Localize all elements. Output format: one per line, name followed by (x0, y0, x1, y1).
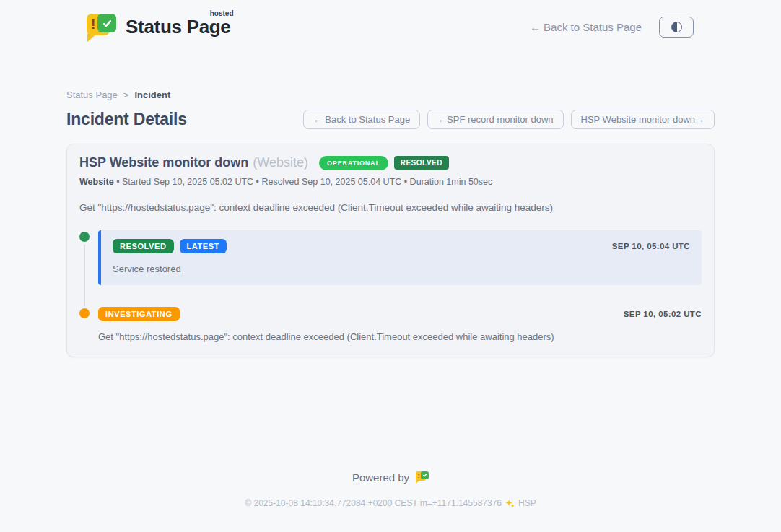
breadcrumb-status-page-link[interactable]: Status Page (66, 90, 118, 100)
theme-toggle-button[interactable] (659, 17, 694, 38)
prev-incident-button[interactable]: ←SPF record monitor down (427, 110, 563, 129)
meta-details: • Started Sep 10, 2025 05:02 UTC • Resol… (114, 177, 493, 187)
brand-name: hosted Status Page (126, 16, 231, 38)
timeline-dot-resolved (79, 232, 90, 242)
operational-status-badge: OPERATIONAL (319, 156, 388, 170)
timeline-message: Service restored (113, 263, 690, 274)
brand-logo[interactable]: ! hosted Status Page (87, 12, 231, 42)
resolved-state-badge: RESOLVED (394, 156, 449, 170)
incident-card: HSP Website monitor down (Website) OPERA… (66, 144, 715, 357)
main-content: Status Page > Incident Incident Details … (66, 90, 715, 357)
incident-meta: Website • Started Sep 10, 2025 05:02 UTC… (79, 177, 702, 187)
brand-hosted-label: hosted (210, 9, 234, 17)
back-to-status-page-button[interactable]: ← Back to Status Page (303, 110, 420, 129)
header: ! hosted Status Page ← Back to Status Pa… (0, 0, 781, 42)
header-back-to-status-page-link[interactable]: ← Back to Status Page (530, 21, 642, 33)
copyright-text: © 2025-10-08 14:10:34.772084 +0200 CEST … (245, 498, 502, 508)
investigating-badge: INVESTIGATING (98, 307, 180, 321)
next-incident-button[interactable]: HSP Website monitor down→ (571, 110, 715, 129)
status-page-logo-icon: ! (87, 12, 117, 42)
timeline-connector-line (84, 245, 85, 311)
incident-timeline: RESOLVED LATEST SEP 10, 05:04 UTC Servic… (79, 230, 702, 342)
incident-title: HSP Website monitor down (79, 155, 248, 170)
meta-service-label: Website (79, 177, 114, 187)
half-circle-theme-icon (671, 22, 682, 32)
timeline-entry: INVESTIGATING SEP 10, 05:02 UTC Get "htt… (79, 307, 702, 342)
timeline-message: Get "https://hostedstatus.page": context… (98, 331, 702, 342)
logo-check-icon (421, 471, 429, 479)
timeline-timestamp: SEP 10, 05:02 UTC (624, 310, 702, 318)
resolved-badge: RESOLVED (113, 239, 174, 253)
copyright-brand: HSP (518, 498, 536, 508)
footer: Powered by ! © 2025-10-08 14:10:34.77208… (0, 471, 781, 508)
timeline-timestamp: SEP 10, 05:04 UTC (612, 242, 690, 250)
page-title: Incident Details (66, 110, 187, 129)
incident-description: Get "https://hostedstatus.page": context… (79, 202, 702, 213)
copyright-line: © 2025-10-08 14:10:34.772084 +0200 CEST … (0, 498, 781, 508)
incident-service-name: (Website) (253, 155, 308, 170)
sparkles-icon (505, 499, 515, 508)
timeline-dot-investigating (79, 308, 90, 318)
breadcrumb: Status Page > Incident (66, 90, 715, 100)
breadcrumb-current-incident: Incident (134, 90, 170, 100)
timeline-update-investigating: INVESTIGATING SEP 10, 05:02 UTC Get "htt… (98, 307, 702, 342)
timeline-entry: RESOLVED LATEST SEP 10, 05:04 UTC Servic… (79, 230, 702, 285)
timeline-update-resolved: RESOLVED LATEST SEP 10, 05:04 UTC Servic… (98, 230, 702, 285)
latest-badge: LATEST (180, 239, 227, 253)
breadcrumb-separator: > (123, 90, 129, 100)
incident-nav-buttons: ← Back to Status Page ←SPF record monito… (303, 110, 715, 129)
powered-by-label: Powered by (352, 471, 409, 484)
logo-check-icon (97, 14, 116, 32)
footer-status-page-logo-icon[interactable]: ! (416, 471, 429, 484)
